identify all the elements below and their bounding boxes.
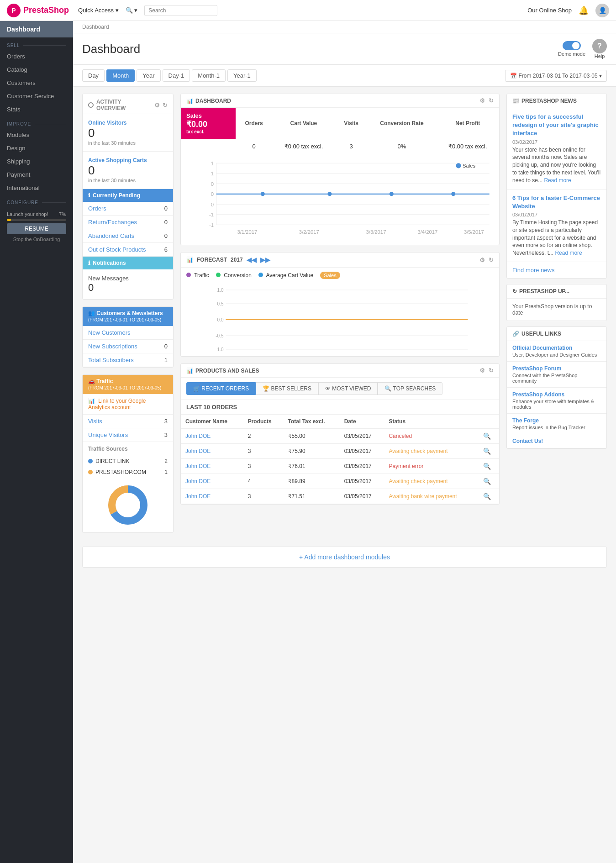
svg-text:-1: -1 — [209, 212, 214, 217]
help-button[interactable]: ? Help — [592, 39, 607, 59]
most-viewed-tab[interactable]: 👁 MOST VIEWED — [318, 382, 378, 395]
svg-text:0.0: 0.0 — [217, 317, 224, 322]
news-title-0[interactable]: Five tips for a successful redesign of y… — [512, 113, 601, 138]
period-month-btn[interactable]: Month — [106, 69, 135, 82]
cart-icon: 🛒 — [193, 385, 200, 392]
useful-link-2[interactable]: PrestaShop Addons — [512, 391, 601, 398]
sidebar-item-international[interactable]: International — [0, 181, 73, 195]
eye-icon: 👁 — [325, 385, 331, 392]
net-profit-val: ₹0.00 tax excl. — [436, 139, 499, 154]
useful-link-3[interactable]: The Forge — [512, 417, 601, 424]
page-title: Dashboard — [82, 42, 140, 56]
order-search-btn-4[interactable]: 🔍 — [483, 493, 491, 500]
quick-access-link[interactable]: Quick Access ▾ — [78, 7, 119, 14]
sidebar-item-dashboard[interactable]: Dashboard — [0, 21, 73, 37]
demo-mode-label: Demo mode — [558, 51, 585, 57]
dashboard-refresh-icon[interactable]: ↻ — [489, 97, 494, 104]
new-subscriptions-link[interactable]: New Subscriptions — [88, 343, 137, 350]
forecast-prev-btn[interactable]: ◀◀ — [247, 256, 257, 263]
sidebar-item-modules[interactable]: Modules — [0, 128, 73, 142]
search-nav-link[interactable]: 🔍 ▾ — [126, 7, 138, 14]
read-more-1[interactable]: Read more — [555, 250, 582, 256]
activity-settings-icon[interactable]: ⚙ — [154, 102, 160, 109]
visits-row: Visits 3 — [83, 415, 173, 428]
order-search-btn-2[interactable]: 🔍 — [483, 463, 491, 470]
pending-returns-link[interactable]: Return/Exchanges — [88, 219, 137, 226]
pending-abandoned-link[interactable]: Abandoned Carts — [88, 232, 134, 239]
activity-refresh-icon[interactable]: ↻ — [163, 102, 168, 109]
new-customers-link[interactable]: New Customers — [88, 329, 130, 336]
sales-legend-pill[interactable]: Sales — [320, 272, 340, 279]
useful-link-0[interactable]: Official Documentation — [512, 345, 601, 351]
order-search-btn-0[interactable]: 🔍 — [483, 432, 491, 440]
prestashop-source-dot — [88, 470, 93, 474]
news-item-1: 6 Tips for a faster E-Commerce Website 0… — [507, 189, 606, 262]
order-total-1: ₹75.90 — [284, 444, 340, 459]
order-search-btn-1[interactable]: 🔍 — [483, 447, 491, 455]
onboarding-pct: 7% — [59, 211, 66, 217]
analytics-link[interactable]: 📊 Link to your Google Analytics account — [83, 394, 173, 415]
forecast-refresh-icon[interactable]: ↻ — [489, 257, 494, 263]
sidebar-item-payment[interactable]: Payment — [0, 168, 73, 181]
order-customer-link-2[interactable]: John DOE — [185, 463, 211, 469]
recent-orders-tab[interactable]: 🛒 RECENT ORDERS — [186, 382, 256, 395]
search-input[interactable] — [144, 5, 217, 16]
sidebar-item-shipping[interactable]: Shipping — [0, 155, 73, 168]
forecast-legend: Traffic Conversion Average Cart Value Sa… — [181, 268, 499, 283]
news-excerpt-0: Your store has been online for several m… — [512, 146, 601, 184]
news-title-1[interactable]: 6 Tips for a faster E-Commerce Website — [512, 194, 601, 210]
sidebar-item-design[interactable]: Design — [0, 142, 73, 155]
sidebar-item-orders[interactable]: Orders — [0, 50, 73, 63]
find-more-news-link[interactable]: Find more news — [507, 262, 606, 278]
order-customer-link-4[interactable]: John DOE — [185, 493, 211, 500]
svg-text:March: March — [256, 353, 269, 354]
total-subscribers-link[interactable]: Total Subscribers — [88, 357, 134, 363]
dashboard-settings-icon[interactable]: ⚙ — [479, 97, 485, 104]
visits-link[interactable]: Visits — [88, 418, 102, 425]
useful-link-4[interactable]: Contact Us! — [512, 438, 601, 444]
products-refresh-icon[interactable]: ↻ — [489, 367, 494, 374]
order-customer-link-3[interactable]: John DOE — [185, 478, 211, 484]
add-module-link[interactable]: + Add more dashboard modules — [299, 553, 390, 561]
products-settings-icon[interactable]: ⚙ — [479, 367, 485, 374]
sidebar-item-catalog[interactable]: Catalog — [0, 63, 73, 76]
sidebar-item-customers[interactable]: Customers — [0, 76, 73, 89]
order-customer-link-0[interactable]: John DOE — [185, 433, 211, 439]
total-tax-header: Total Tax excl. — [284, 415, 340, 429]
sidebar-item-customer-service[interactable]: Customer Service — [0, 89, 73, 103]
read-more-0[interactable]: Read more — [544, 177, 571, 184]
period-day1-btn[interactable]: Day-1 — [163, 69, 190, 82]
svg-text:3/2/2017: 3/2/2017 — [299, 230, 319, 235]
sidebar-item-stats[interactable]: Stats — [0, 103, 73, 116]
period-month1-btn[interactable]: Month-1 — [192, 69, 226, 82]
top-nav: P PrestaShop Quick Access ▾ 🔍 ▾ Our Onli… — [0, 0, 616, 21]
svg-text:3/1/2017: 3/1/2017 — [237, 230, 257, 235]
pending-outofstock-link[interactable]: Out of Stock Products — [88, 246, 146, 253]
date-range-picker[interactable]: 📅 From 2017-03-01 To 2017-03-05 ▾ — [505, 70, 607, 82]
avatar[interactable]: 👤 — [595, 4, 609, 17]
period-day-btn[interactable]: Day — [82, 69, 105, 82]
three-col-layout: ACTIVITY OVERVIEW ⚙ ↻ Online Visitors 0 … — [73, 87, 616, 547]
unique-visitors-link[interactable]: Unique Visitors — [88, 432, 128, 438]
useful-link-1[interactable]: PrestaShop Forum — [512, 365, 601, 372]
pending-orders-link[interactable]: Orders — [88, 205, 106, 212]
period-year1-btn[interactable]: Year-1 — [227, 69, 257, 82]
best-sellers-tab[interactable]: 🏆 BEST SELLERS — [256, 382, 318, 395]
dashboard-panel-card: 📊 DASHBOARD ⚙ ↻ Sales — [180, 94, 500, 245]
period-year-btn[interactable]: Year — [137, 69, 160, 82]
forecast-settings-icon[interactable]: ⚙ — [479, 257, 485, 263]
top-searches-tab[interactable]: 🔍 TOP SEARCHES — [378, 382, 442, 395]
forecast-next-btn[interactable]: ▶▶ — [260, 256, 270, 263]
toggle-switch[interactable] — [563, 41, 581, 50]
svg-text:-1.0: -1.0 — [216, 347, 224, 352]
order-search-btn-3[interactable]: 🔍 — [483, 478, 491, 485]
legend-sales-pill[interactable]: Sales — [320, 272, 340, 279]
trophy-icon: 🏆 — [263, 385, 269, 392]
resume-button[interactable]: RESUME — [7, 223, 66, 234]
sales-chart: 0 0 1 1 0 -1 -1 — [181, 153, 499, 245]
order-date-2: 03/05/2017 — [340, 459, 384, 474]
order-customer-link-1[interactable]: John DOE — [185, 448, 211, 454]
bell-icon[interactable]: 🔔 — [579, 5, 589, 16]
demo-mode-toggle[interactable]: Demo mode — [558, 41, 585, 57]
stop-onboarding-link[interactable]: Stop the OnBoarding — [7, 237, 66, 242]
